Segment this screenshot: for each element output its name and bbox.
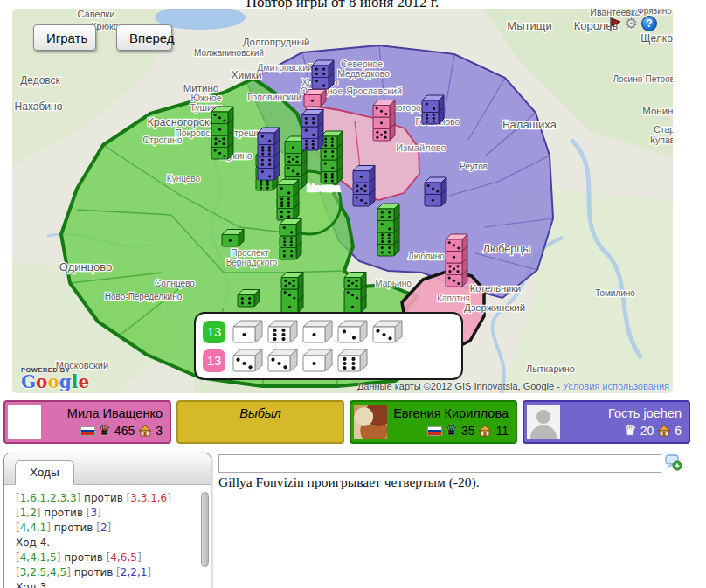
map-label: Люблино — [408, 252, 445, 261]
play-button[interactable]: Играть — [33, 24, 96, 51]
page: Повтор игры от 8 июня 2012 г. — [0, 0, 706, 588]
dice-stack — [425, 177, 446, 206]
house-icon — [478, 425, 492, 437]
map-label: Москва — [307, 183, 340, 193]
map-label: Солнцево — [155, 279, 195, 288]
move-line: Ход 3. — [16, 580, 191, 588]
die-icon — [353, 166, 375, 183]
dice-row: 13 — [203, 318, 454, 345]
map-label: Долгопрудный — [243, 37, 310, 47]
dice-row: 13 — [203, 347, 454, 374]
house-count: 3 — [156, 424, 163, 438]
dice-stack — [377, 204, 399, 256]
die-icon — [312, 60, 334, 78]
moves-list[interactable]: [1,6,1,2,3,3] против [3,3,1,6][1,2] прот… — [4, 485, 211, 588]
dice-stack — [422, 95, 444, 124]
tab-moves[interactable]: Ходы — [15, 460, 74, 485]
score-badge: 13 — [203, 349, 225, 372]
crown-icon: ♛ — [446, 424, 458, 438]
die-icon — [425, 177, 446, 195]
forward-button[interactable]: Вперед — [116, 24, 172, 51]
move-line: [4,4,1] против [2] — [16, 521, 191, 536]
house-count: 6 — [675, 424, 682, 438]
map-attribution: Данные карты ©2012 GIS Innovatsia, Googl… — [357, 381, 669, 391]
dice-stack — [238, 290, 260, 308]
map-label: Купавна — [650, 135, 673, 145]
dice-stack — [353, 166, 375, 207]
map-label: Молжаниновский — [194, 48, 264, 58]
crown-count: 35 — [461, 424, 475, 438]
map-label: Балашиха — [502, 118, 557, 131]
player-status: Выбыл — [178, 406, 343, 420]
dice-stack — [301, 110, 323, 151]
die-icon — [303, 321, 332, 342]
map-label: Проспект — [231, 248, 269, 258]
map-label: Ново-Переделкино — [105, 292, 183, 301]
dice-result-panel: 1313 — [194, 312, 463, 380]
die-icon — [281, 273, 303, 290]
die-icon — [258, 128, 280, 145]
avatar — [354, 405, 387, 439]
russia-flag-icon — [427, 426, 442, 436]
die-icon — [373, 321, 402, 342]
settings-gear-icon[interactable]: ⚙ — [625, 17, 638, 31]
dice-stack — [222, 230, 244, 247]
crown-count: 465 — [114, 424, 135, 438]
moves-panel: Ходы [1,6,1,2,3,3] против [3,3,1,6][1,2]… — [3, 453, 211, 588]
die-icon — [377, 204, 399, 221]
die-icon — [233, 349, 262, 371]
map-label: Одинцово — [59, 260, 112, 273]
dice-stack — [277, 180, 299, 221]
chat-input[interactable] — [218, 454, 661, 473]
dice-stack — [258, 128, 280, 180]
chat-send-icon[interactable] — [665, 453, 682, 471]
scrollbar-thumb[interactable] — [201, 492, 209, 567]
die-icon — [304, 90, 326, 107]
player-stats: ♛206 — [624, 424, 682, 438]
die-icon — [277, 180, 299, 197]
die-icon — [280, 219, 301, 237]
map-label: Дзержинский — [464, 302, 525, 313]
game-message: Gillya Fonvizin проигрывает четвертым (-… — [218, 474, 673, 490]
attribution-text: Данные карты ©2012 GIS Innovatsia, Googl… — [357, 381, 563, 391]
die-icon — [344, 273, 366, 290]
dice-stack — [280, 219, 301, 260]
dice-stack — [211, 107, 233, 159]
player-bar: Выбыл — [176, 400, 344, 444]
crown-count: 20 — [640, 424, 654, 438]
dice-stack — [344, 273, 366, 314]
moves-header: Ходы — [4, 453, 211, 485]
help-icon[interactable]: ? — [641, 16, 657, 31]
dice-stack — [373, 100, 395, 142]
map-label: Люберцы — [483, 243, 531, 255]
google-logo[interactable]: POWERED BY Google — [21, 366, 89, 391]
score-badge: 13 — [203, 321, 225, 343]
crown-icon: ♛ — [624, 424, 636, 438]
google-wordmark: Google — [21, 371, 89, 392]
die-icon — [321, 131, 343, 149]
dice-stack — [304, 90, 326, 107]
map-label: Монино — [642, 106, 673, 116]
die-icon — [222, 230, 244, 247]
die-icon — [268, 321, 297, 342]
map-label: Мытищи — [507, 19, 551, 32]
terms-link[interactable]: Условия использования — [563, 381, 669, 391]
die-icon — [446, 234, 467, 252]
map-label: Дедовск — [20, 74, 60, 86]
house-icon — [657, 425, 671, 437]
house-count: 11 — [495, 424, 509, 438]
avatar — [527, 405, 560, 439]
mute-flag-icon[interactable] — [607, 16, 621, 31]
map-label: Капотня — [437, 294, 470, 303]
map-label: Ярославский — [346, 86, 402, 96]
avatar — [8, 405, 41, 439]
map[interactable]: СавелкиКрюковоМолжаниновскийДолгопрудный… — [12, 9, 673, 393]
player-bar: Евгения Кириллова♛3511 — [350, 400, 517, 444]
die-icon — [301, 110, 323, 128]
move-line: [1,2] против [3] — [16, 506, 191, 521]
die-icon — [373, 100, 395, 118]
move-line: [1,6,1,2,3,3] против [3,3,1,6] — [16, 491, 191, 506]
die-icon — [338, 349, 367, 371]
player-bar: Мила Иващенко♛4653 — [3, 400, 171, 444]
map-label: Марьино — [375, 279, 412, 288]
